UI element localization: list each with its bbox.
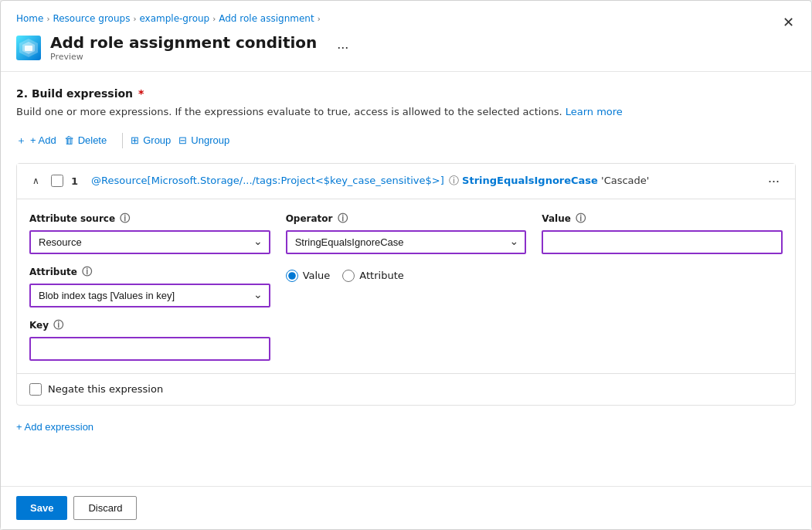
section-desc-text: Build one or more expressions. If the ex… bbox=[16, 106, 562, 117]
delete-button[interactable]: 🗑 Delete bbox=[64, 131, 115, 149]
add-icon: ＋ bbox=[16, 134, 26, 148]
attribute-radio[interactable] bbox=[342, 270, 355, 282]
operator-label: Operator ⓘ bbox=[286, 212, 527, 226]
key-input[interactable]: Project bbox=[29, 337, 270, 361]
discard-button[interactable]: Discard bbox=[73, 496, 137, 520]
attribute-source-select[interactable]: Resource bbox=[29, 230, 270, 254]
attribute-info-icon[interactable]: ⓘ bbox=[82, 265, 92, 279]
attribute-source-info-icon[interactable]: ⓘ bbox=[120, 212, 130, 226]
collapse-button[interactable]: ∧ bbox=[28, 173, 43, 189]
expression-form: Attribute source ⓘ Resource At bbox=[17, 199, 795, 373]
ungroup-label: Ungroup bbox=[191, 134, 229, 146]
dialog-title: Add role assignment condition bbox=[50, 33, 317, 52]
dialog-header: Home › Resource groups › example-group ›… bbox=[1, 1, 811, 72]
expression-header: ∧ 1 @Resource[Microsoft.Storage/.../tags… bbox=[17, 164, 795, 199]
required-indicator: * bbox=[138, 87, 144, 100]
preview-label: Preview bbox=[50, 52, 317, 62]
attribute-source-column: Attribute source ⓘ Resource At bbox=[29, 212, 270, 361]
group-button[interactable]: ⊞ Group bbox=[131, 131, 178, 149]
key-group: Key ⓘ Project bbox=[29, 318, 270, 361]
breadcrumb: Home › Resource groups › example-group ›… bbox=[16, 13, 796, 24]
learn-more-link[interactable]: Learn more bbox=[566, 106, 623, 117]
toolbar-separator bbox=[122, 133, 123, 148]
ungroup-icon: ⊟ bbox=[178, 134, 187, 146]
section-title: 2. Build expression * bbox=[16, 87, 796, 100]
key-label: Key ⓘ bbox=[29, 318, 270, 332]
section-number: 2. bbox=[16, 87, 28, 100]
dialog-footer: Save Discard bbox=[1, 486, 811, 529]
expression-block-1: ∧ 1 @Resource[Microsoft.Storage/.../tags… bbox=[16, 163, 796, 406]
value-radio[interactable] bbox=[286, 270, 298, 282]
breadcrumb-add-role-assignment[interactable]: Add role assignment bbox=[219, 13, 314, 24]
attribute-label: Attribute ⓘ bbox=[29, 265, 270, 279]
add-expression-row: + Add expression bbox=[16, 418, 796, 436]
breadcrumb-chevron-2: › bbox=[133, 15, 136, 23]
add-label: + Add bbox=[30, 134, 56, 146]
operator-info-icon[interactable]: ⓘ bbox=[338, 212, 348, 226]
form-row-top: Attribute source ⓘ Resource At bbox=[29, 212, 783, 361]
breadcrumb-chevron-4: › bbox=[318, 15, 321, 23]
save-button[interactable]: Save bbox=[16, 496, 67, 520]
attribute-source-group: Attribute source ⓘ Resource bbox=[29, 212, 270, 254]
operator-select[interactable]: StringEqualsIgnoreCase bbox=[286, 230, 527, 254]
key-info-icon[interactable]: ⓘ bbox=[53, 318, 63, 332]
attribute-select-wrapper: Blob index tags [Values in key] bbox=[29, 284, 270, 307]
breadcrumb-chevron-1: › bbox=[46, 15, 49, 23]
group-icon: ⊞ bbox=[131, 134, 139, 146]
expression-checkbox[interactable] bbox=[51, 175, 63, 187]
attribute-radio-option[interactable]: Attribute bbox=[342, 270, 403, 282]
attribute-source-select-wrapper: Resource bbox=[29, 230, 270, 254]
title-row: Add role assignment condition Preview ··… bbox=[16, 33, 796, 62]
delete-label: Delete bbox=[78, 134, 107, 146]
expression-operator-text: StringEqualsIgnoreCase bbox=[462, 175, 598, 186]
expression-resource-part: @Resource[Microsoft.Storage/.../tags:Pro… bbox=[91, 175, 444, 186]
section-description: Build one or more expressions. If the ex… bbox=[16, 104, 796, 120]
breadcrumb-resource-groups[interactable]: Resource groups bbox=[53, 13, 130, 24]
breadcrumb-example-group[interactable]: example-group bbox=[139, 13, 209, 24]
add-expression-button[interactable]: + Add expression bbox=[16, 418, 93, 436]
expression-value-text: 'Cascade' bbox=[601, 175, 649, 186]
negate-row: Negate this expression bbox=[17, 373, 795, 405]
dialog-body: 2. Build expression * Build one or more … bbox=[1, 72, 811, 486]
value-group: Value ⓘ Cascade bbox=[542, 212, 783, 361]
expression-info-icon[interactable]: ⓘ bbox=[449, 175, 459, 186]
breadcrumb-chevron-3: › bbox=[212, 15, 216, 23]
negate-label: Negate this expression bbox=[48, 383, 163, 395]
attribute-source-label: Attribute source ⓘ bbox=[29, 212, 270, 226]
value-radio-label: Value bbox=[303, 270, 331, 281]
attribute-group: Attribute ⓘ Blob index tags [Values in k… bbox=[29, 265, 270, 307]
expression-code: @Resource[Microsoft.Storage/.../tags:Pro… bbox=[91, 174, 756, 188]
negate-checkbox[interactable] bbox=[29, 383, 42, 396]
add-role-assignment-condition-dialog: Home › Resource groups › example-group ›… bbox=[0, 0, 812, 530]
azure-storage-icon bbox=[16, 36, 41, 60]
value-label: Value ⓘ bbox=[542, 212, 783, 226]
dialog-more-button[interactable]: ··· bbox=[332, 38, 353, 57]
delete-icon: 🗑 bbox=[64, 134, 74, 146]
attribute-select[interactable]: Blob index tags [Values in key] bbox=[29, 284, 270, 307]
value-attribute-radio-group: Value Attribute bbox=[286, 270, 527, 282]
operator-group: Operator ⓘ StringEqualsIgnoreCase Value bbox=[286, 212, 527, 361]
group-label: Group bbox=[143, 134, 171, 146]
svg-rect-3 bbox=[25, 46, 32, 51]
dialog-close-button[interactable]: ✕ bbox=[777, 12, 799, 33]
ungroup-button[interactable]: ⊟ Ungroup bbox=[178, 131, 237, 149]
expression-more-button[interactable]: ··· bbox=[763, 172, 784, 191]
add-button[interactable]: ＋ + Add bbox=[16, 131, 64, 151]
section-title-text: Build expression bbox=[32, 87, 133, 100]
value-info-icon[interactable]: ⓘ bbox=[576, 212, 586, 226]
operator-select-wrapper: StringEqualsIgnoreCase bbox=[286, 230, 527, 254]
attribute-radio-label: Attribute bbox=[359, 270, 403, 281]
expression-number: 1 bbox=[71, 175, 83, 187]
value-radio-option[interactable]: Value bbox=[286, 270, 331, 282]
toolbar: ＋ + Add 🗑 Delete ⊞ Group ⊟ Ungroup bbox=[16, 131, 796, 151]
breadcrumb-home[interactable]: Home bbox=[16, 13, 43, 24]
title-text: Add role assignment condition Preview bbox=[50, 33, 317, 62]
value-input[interactable]: Cascade bbox=[542, 230, 783, 254]
